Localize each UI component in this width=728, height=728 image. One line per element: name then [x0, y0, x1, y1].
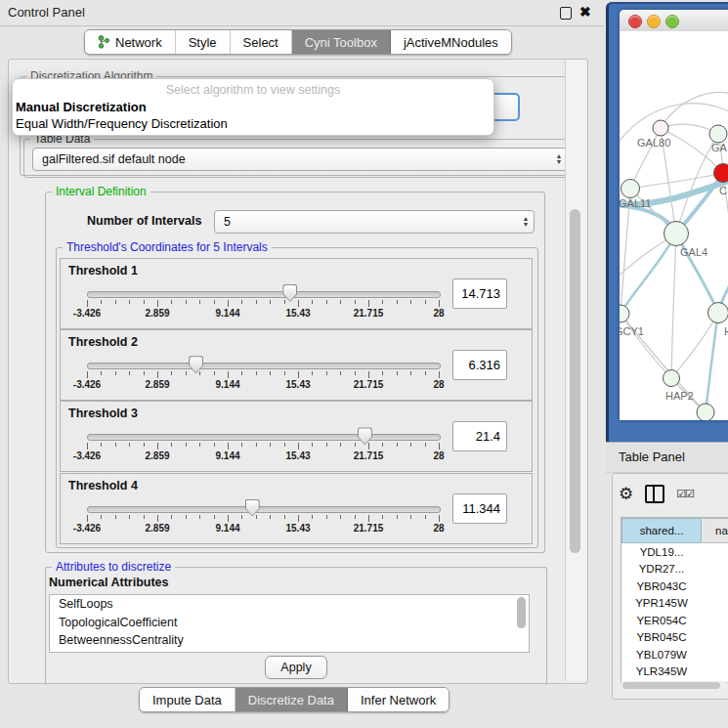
threshold-value-field[interactable]: 11.344: [452, 493, 507, 524]
table-cell[interactable]: YBR0: [702, 629, 728, 647]
tab-label: Cyni Toolbox: [305, 35, 377, 50]
slider-ticks: [87, 371, 439, 378]
table-row[interactable]: YER054CYER0: [622, 612, 728, 629]
table-cell[interactable]: YBR0: [702, 578, 728, 595]
float-panel-icon[interactable]: [560, 7, 572, 20]
table-cell[interactable]: YDL1: [702, 543, 728, 561]
threshold-label: Threshold 4: [68, 479, 138, 492]
checkboxes-icon[interactable]: ☑☑: [676, 488, 694, 500]
network-node-label: GAL11: [620, 197, 651, 209]
split-columns-icon[interactable]: [645, 485, 664, 503]
network-edge[interactable]: [671, 234, 676, 378]
close-window-icon[interactable]: [628, 15, 642, 28]
table-cell[interactable]: YLR345W: [622, 664, 702, 681]
zoom-window-icon[interactable]: [665, 15, 679, 28]
num-intervals-combobox[interactable]: 5 ▲▼: [214, 210, 535, 234]
tab-network[interactable]: Network: [85, 30, 176, 54]
table-cell[interactable]: YPR145W: [622, 595, 702, 613]
network-node-gal80[interactable]: [653, 120, 668, 136]
close-panel-icon[interactable]: ✖: [579, 4, 591, 20]
table-cell[interactable]: YBL0: [702, 646, 728, 664]
table-cell[interactable]: YPR1: [702, 595, 728, 613]
network-node-hap2[interactable]: [664, 370, 680, 387]
attribute-list-item[interactable]: SelfLoops: [50, 595, 529, 614]
tab-jactivemnodules[interactable]: jActiveMNodules: [391, 30, 511, 54]
slider-tick-labels: -3.4262.8599.14415.4321.71528: [87, 523, 439, 535]
attribute-list-item[interactable]: BetweennessCentrality: [50, 631, 529, 650]
table-cell[interactable]: YBL079W: [622, 646, 702, 664]
table-panel-title: Table Panel: [619, 450, 685, 464]
table-hscrollbar[interactable]: [621, 681, 728, 690]
tab-select[interactable]: Select: [231, 30, 292, 54]
list-scrollbar[interactable]: [517, 597, 526, 628]
tab-label: jActiveMNodules: [404, 35, 498, 50]
algorithm-placeholder-item[interactable]: Select algorithm to view settings: [13, 83, 493, 97]
table-column-header[interactable]: shared...: [622, 519, 702, 543]
threshold-panel-1: Threshold 1-3.4262.8599.14415.4321.71528…: [60, 258, 533, 329]
network-edge-highlighted[interactable]: [621, 234, 676, 314]
table-row[interactable]: YPR145WYPR1: [622, 595, 728, 613]
network-node-label: GCY1: [620, 325, 644, 337]
table-cell[interactable]: YDL19...: [622, 543, 702, 561]
network-canvas[interactable]: GAL80GACGAL11GAL4GCY1HHAP2: [620, 31, 728, 420]
table-row[interactable]: YDR27...YDR2: [622, 561, 728, 578]
tab-infer-network[interactable]: Infer Network: [348, 688, 449, 711]
table-cell[interactable]: YBR045C: [622, 629, 702, 647]
slider-track[interactable]: [87, 363, 441, 369]
tab-impute-data[interactable]: Impute Data: [140, 688, 236, 711]
tab-discretize-data[interactable]: Discretize Data: [236, 688, 348, 711]
table-cell[interactable]: YLR3: [702, 664, 728, 681]
table-column-header[interactable]: na: [702, 519, 728, 543]
table-cell[interactable]: YDR2: [702, 561, 728, 578]
table-row[interactable]: YBR045CYBR0: [622, 629, 728, 647]
network-node-gal4[interactable]: [664, 222, 689, 246]
network-node-label: C: [719, 185, 727, 196]
table-panel: ⚙ ☑☑ shared...na YDL19...YDL1YDR27...YDR…: [612, 473, 728, 700]
tab-cyni-toolbox[interactable]: Cyni Toolbox: [292, 30, 391, 54]
network-graph: GAL80GACGAL11GAL4GCY1HHAP2: [620, 31, 728, 420]
table-cell[interactable]: YER0: [702, 612, 728, 629]
table-row[interactable]: YDL19...YDL1: [622, 543, 728, 561]
table-data-combobox[interactable]: galFiltered.sif default node ▲▼: [32, 148, 568, 171]
threshold-value-field[interactable]: 6.316: [452, 350, 507, 380]
network-edge-highlighted[interactable]: [706, 313, 718, 412]
slider-tick-labels: -3.4262.8599.14415.4321.71528: [87, 379, 439, 391]
network-node-ga[interactable]: [709, 125, 727, 143]
table-cell[interactable]: YBR043C: [622, 578, 702, 595]
attribute-list-item[interactable]: TopologicalCoefficient: [50, 614, 529, 632]
threshold-value-field[interactable]: 21.4: [452, 421, 507, 451]
network-node-h[interactable]: [708, 303, 728, 323]
num-intervals-label: Number of Intervals: [87, 214, 201, 228]
gear-icon[interactable]: ⚙: [619, 486, 633, 502]
network-node-gal11[interactable]: [621, 180, 640, 198]
table-cell[interactable]: YER054C: [622, 612, 702, 629]
apply-button[interactable]: Apply: [265, 656, 327, 679]
table-row[interactable]: YLR345WYLR3: [622, 664, 728, 681]
algorithm-item-equal-width[interactable]: Equal Width/Frequency Discretization: [16, 116, 228, 131]
network-edge[interactable]: [661, 92, 728, 128]
table-row[interactable]: YBR043CYBR0: [622, 578, 728, 595]
threshold-value-field[interactable]: 14.713: [452, 278, 507, 309]
threshold-panel-3: Threshold 3-3.4262.8599.14415.4321.71528…: [60, 401, 533, 472]
network-node-gcy1[interactable]: [620, 305, 629, 322]
tab-label: Select: [243, 35, 278, 50]
network-node-node[interactable]: [697, 404, 714, 420]
table-cell[interactable]: YDR27...: [622, 561, 702, 578]
minimize-window-icon[interactable]: [647, 15, 661, 28]
network-window-frame[interactable]: GAL80GACGAL11GAL4GCY1HHAP2: [606, 2, 728, 444]
slider-track[interactable]: [87, 291, 441, 298]
network-window: GAL80GACGAL11GAL4GCY1HHAP2: [620, 10, 728, 420]
network-node-c[interactable]: [714, 164, 728, 183]
algorithm-item-manual[interactable]: Manual Discretization: [16, 100, 147, 114]
settings-scrollbar-thumb[interactable]: [570, 209, 580, 553]
table-toolbar: ⚙ ☑☑: [619, 482, 694, 505]
threshold-panel-4: Threshold 4-3.4262.8599.14415.4321.71528…: [60, 473, 533, 544]
algorithm-dropdown-popup: Select algorithm to view settings Manual…: [12, 78, 494, 136]
slider-track[interactable]: [87, 434, 441, 441]
slider-ticks: [87, 515, 439, 522]
tab-style[interactable]: Style: [176, 30, 231, 54]
node-table[interactable]: shared...na YDL19...YDL1YDR27...YDR2YBR0…: [621, 517, 728, 683]
slider-track[interactable]: [87, 506, 441, 513]
table-row[interactable]: YBL079WYBL0: [622, 646, 728, 664]
network-window-titlebar[interactable]: [620, 10, 728, 32]
